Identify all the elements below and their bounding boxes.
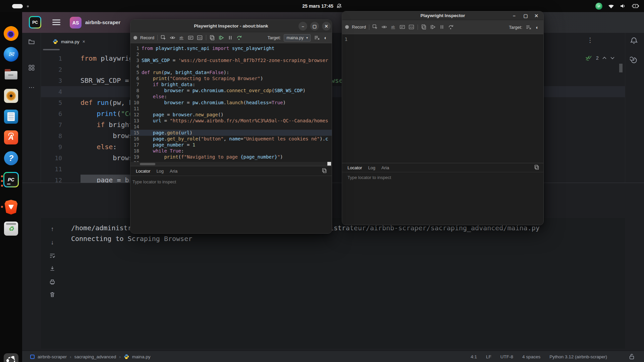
pause-icon[interactable] bbox=[439, 24, 445, 30]
source-list-icon[interactable] bbox=[314, 35, 320, 41]
clear-console-trash-icon[interactable] bbox=[49, 291, 56, 298]
tab-aria[interactable]: Aria bbox=[381, 165, 389, 170]
close-icon[interactable]: ✕ bbox=[322, 22, 331, 31]
project-tool-icon[interactable] bbox=[28, 38, 35, 46]
assert-text-icon[interactable]: ab bbox=[390, 24, 396, 30]
assert-snapshot-icon[interactable]: <> bbox=[197, 35, 203, 41]
close-tab-icon[interactable]: × bbox=[83, 39, 85, 44]
editor-tab-maina[interactable]: maina.py × bbox=[49, 36, 89, 48]
unlock-icon[interactable] bbox=[629, 353, 635, 360]
run-console[interactable]: ↑ ↓ /home/administrateur/airbnb-scraper/… bbox=[41, 218, 625, 349]
copy-icon[interactable] bbox=[322, 168, 328, 174]
assert-snapshot-icon[interactable]: <> bbox=[409, 24, 415, 30]
tab-locator[interactable]: Locator bbox=[347, 165, 362, 170]
scrollbar-thumb[interactable] bbox=[140, 163, 155, 165]
pause-icon[interactable] bbox=[227, 35, 233, 41]
structure-tool-icon[interactable] bbox=[28, 64, 35, 71]
copy-icon[interactable] bbox=[209, 35, 215, 41]
clock-widget[interactable]: 25 mars 17:45 bbox=[302, 0, 342, 12]
workspace-dot[interactable] bbox=[27, 5, 29, 7]
status-item[interactable]: 4:1 bbox=[471, 354, 477, 359]
assert-value-icon[interactable] bbox=[188, 35, 194, 41]
editor-options-kebab-icon[interactable]: ⋮ bbox=[587, 36, 593, 44]
tab-log[interactable]: Log bbox=[368, 165, 375, 170]
system-tray[interactable]: ⇄ bbox=[595, 0, 639, 12]
tab-aria[interactable]: Aria bbox=[170, 169, 177, 174]
project-badge[interactable]: AS bbox=[70, 17, 82, 28]
pycharm-logo-icon[interactable]: PC bbox=[29, 16, 41, 28]
horizontal-scrollbar[interactable] bbox=[130, 162, 332, 166]
more-tools-icon[interactable]: ⋯ bbox=[28, 84, 35, 91]
project-title[interactable]: airbnb-scraper bbox=[85, 19, 120, 25]
dock-item-app-center[interactable]: A bbox=[3, 129, 19, 145]
breadcrumb-folder[interactable]: sacraping_advanced bbox=[74, 354, 116, 359]
console-line: Connecting to Scraping Browser bbox=[71, 235, 192, 243]
window-titlebar[interactable]: Playwright Inspector – ▢ ✕ bbox=[342, 11, 543, 20]
maximize-icon[interactable]: ▢ bbox=[310, 22, 319, 31]
breadcrumb-project[interactable]: airbnb-scraper bbox=[38, 354, 67, 359]
dock-item-trash[interactable]: ♻ bbox=[3, 221, 19, 237]
assert-visibility-icon[interactable] bbox=[170, 35, 176, 41]
ai-assistant-icon[interactable] bbox=[630, 56, 638, 64]
record-dot-icon[interactable] bbox=[345, 25, 349, 29]
maximize-icon[interactable]: ▢ bbox=[522, 12, 529, 19]
assert-text-icon[interactable]: ab bbox=[179, 35, 185, 41]
theme-toggle-icon[interactable]: ◐ bbox=[323, 35, 329, 41]
record-label[interactable]: Record bbox=[352, 24, 366, 29]
scroll-up-icon[interactable]: ↑ bbox=[49, 225, 56, 233]
scroll-to-end-icon[interactable] bbox=[49, 265, 56, 272]
copy-icon[interactable] bbox=[421, 24, 427, 30]
copy-icon[interactable] bbox=[534, 165, 540, 171]
inspections-widget[interactable]: 2 bbox=[585, 53, 615, 63]
step-over-icon[interactable] bbox=[448, 24, 454, 30]
dock-item-help[interactable]: ? bbox=[3, 150, 19, 166]
tab-locator[interactable]: Locator bbox=[136, 169, 150, 174]
status-item[interactable]: Python 3.12 (airbnb-scraper) bbox=[549, 354, 607, 359]
minimize-icon[interactable]: – bbox=[511, 12, 518, 19]
pick-locator-icon[interactable] bbox=[372, 24, 378, 30]
theme-toggle-icon[interactable]: ◐ bbox=[534, 24, 540, 30]
record-label[interactable]: Record bbox=[140, 35, 154, 40]
tab-log[interactable]: Log bbox=[156, 169, 164, 174]
resume-icon[interactable] bbox=[218, 35, 224, 41]
main-menu-button[interactable] bbox=[52, 19, 60, 25]
dock-item-libreoffice-writer[interactable] bbox=[3, 109, 19, 125]
assert-visibility-icon[interactable] bbox=[381, 24, 387, 30]
close-icon[interactable]: ✕ bbox=[533, 12, 540, 19]
breadcrumb-file[interactable]: maina.py bbox=[132, 354, 151, 359]
minimize-icon[interactable]: – bbox=[299, 22, 307, 31]
dock-item-show-apps[interactable] bbox=[3, 353, 19, 362]
inspector-code-editor[interactable]: 1 bbox=[342, 35, 543, 163]
dock-item-firefox[interactable] bbox=[3, 25, 19, 42]
locator-input[interactable]: Type locator to inspect bbox=[347, 175, 391, 180]
inspector-code-editor[interactable]: 1from playwright.sync_api import sync_pl… bbox=[130, 43, 332, 166]
prev-problem-icon[interactable] bbox=[602, 56, 607, 60]
status-item[interactable]: UTF-8 bbox=[500, 354, 513, 359]
dock-item-thunderbird[interactable]: ✉ bbox=[3, 46, 19, 62]
next-problem-icon[interactable] bbox=[610, 56, 615, 60]
scroll-down-icon[interactable]: ↓ bbox=[49, 239, 56, 246]
status-item[interactable]: 4 spaces bbox=[522, 354, 540, 359]
code-text: def run(pw, bright_data=False): bbox=[142, 69, 229, 75]
target-select[interactable]: maina.py▾ bbox=[284, 34, 311, 42]
editor-scrollbar[interactable] bbox=[619, 64, 623, 72]
dock-item-rhythmbox[interactable] bbox=[3, 88, 19, 104]
dock-item-brave[interactable] bbox=[3, 199, 19, 215]
soft-wrap-icon[interactable] bbox=[49, 252, 56, 259]
record-dot-icon[interactable] bbox=[133, 36, 137, 40]
step-over-icon[interactable] bbox=[236, 35, 243, 41]
dock-item-files[interactable] bbox=[3, 67, 19, 83]
pick-locator-icon[interactable] bbox=[161, 35, 167, 41]
status-item[interactable]: LF bbox=[486, 354, 491, 359]
tray-app-icon[interactable]: ⇄ bbox=[595, 3, 602, 10]
breadcrumb[interactable]: airbnb-scraper › sacraping_advanced › ma… bbox=[30, 351, 150, 362]
locator-input[interactable]: Type locator to inspect bbox=[132, 179, 176, 184]
workspace-pill[interactable] bbox=[12, 4, 23, 8]
scrollbar-grip[interactable] bbox=[327, 162, 331, 166]
window-titlebar[interactable]: Playwright Inspector - about:blank – ▢ ✕ bbox=[130, 20, 332, 32]
print-icon[interactable] bbox=[49, 278, 56, 286]
source-list-icon[interactable] bbox=[525, 24, 531, 30]
assert-value-icon[interactable] bbox=[399, 24, 406, 30]
resume-icon[interactable] bbox=[430, 24, 436, 30]
notifications-bell-icon[interactable] bbox=[630, 37, 638, 45]
